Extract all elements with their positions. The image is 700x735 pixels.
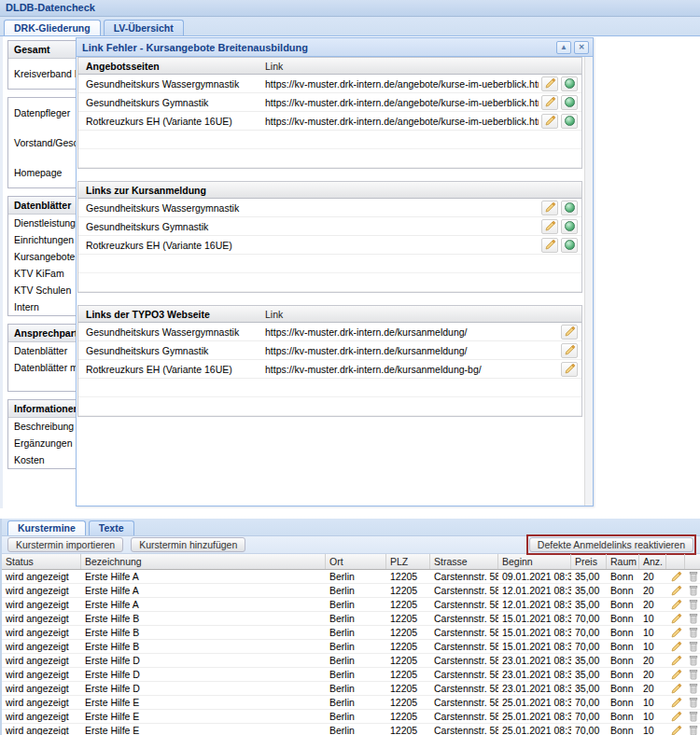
column-header-beginn[interactable]: Beginn — [498, 554, 571, 569]
table-row[interactable]: wird angezeigtErste Hilfe ABerlin12205Ca… — [2, 570, 700, 584]
edit-pencil-icon[interactable] — [666, 668, 685, 681]
edit-pencil-icon[interactable] — [666, 570, 685, 583]
edit-pencil-icon[interactable] — [541, 95, 558, 110]
edit-pencil-icon[interactable] — [666, 710, 685, 723]
window-titlebar: DLDB-Datencheck — [0, 0, 700, 17]
grid-cell: 35,00 — [571, 654, 607, 667]
delete-trash-icon[interactable] — [685, 598, 700, 611]
edit-pencil-icon[interactable] — [666, 724, 685, 735]
table-row[interactable]: wird angezeigtErste Hilfe EBerlin12205Ca… — [2, 724, 700, 735]
delete-trash-icon[interactable] — [685, 640, 700, 653]
column-header-preis[interactable]: Preis — [571, 554, 607, 569]
delete-trash-icon[interactable] — [685, 710, 700, 723]
tab-lv-uebersicht[interactable]: LV-Übersicht — [104, 20, 184, 35]
table-row[interactable]: wird angezeigtErste Hilfe EBerlin12205Ca… — [2, 696, 700, 710]
grid-cell: Carstennstr. 58 — [430, 612, 498, 625]
delete-trash-icon[interactable] — [685, 696, 700, 709]
edit-pencil-icon[interactable] — [666, 612, 685, 625]
table-row[interactable]: wird angezeigtErste Hilfe ABerlin12205Ca… — [2, 598, 700, 612]
column-header-status[interactable]: Status — [2, 554, 81, 569]
tab-label: Kurstermine — [18, 522, 76, 534]
globe-icon[interactable] — [561, 95, 578, 110]
collapse-icon[interactable]: ▲ — [556, 41, 571, 54]
delete-trash-icon[interactable] — [685, 612, 700, 625]
table-row[interactable]: wird angezeigtErste Hilfe BBerlin12205Ca… — [2, 612, 700, 626]
edit-pencil-icon[interactable] — [666, 654, 685, 667]
grid-cell: Berlin — [326, 682, 386, 695]
column-header-actions[interactable] — [666, 554, 685, 569]
delete-trash-icon[interactable] — [685, 682, 700, 695]
grid-cell: 12205 — [386, 570, 430, 583]
edit-pencil-icon[interactable] — [666, 682, 685, 695]
globe-icon[interactable] — [561, 219, 578, 234]
link-row: Gesundheitskurs Wassergymnastikhttps://k… — [78, 75, 581, 93]
globe-icon[interactable] — [561, 238, 578, 253]
delete-trash-icon[interactable] — [685, 654, 700, 667]
empty-row — [78, 379, 581, 397]
grid-cell: 20 — [639, 668, 666, 681]
grid-rows: wird angezeigtErste Hilfe ABerlin12205Ca… — [2, 570, 700, 735]
grid-cell: 70,00 — [571, 612, 607, 625]
grid-cell: 15.01.2021 08:30 — [498, 626, 571, 639]
column-header-raum[interactable]: Raum — [607, 554, 639, 569]
grid-cell: Bonn — [607, 682, 639, 695]
edit-pencil-icon[interactable] — [561, 362, 578, 377]
column-header-strasse[interactable]: Strasse — [430, 554, 498, 569]
edit-pencil-icon[interactable] — [666, 584, 685, 597]
edit-pencil-icon[interactable] — [541, 201, 558, 215]
table-row[interactable]: wird angezeigtErste Hilfe EBerlin12205Ca… — [2, 710, 700, 724]
tab-kurstermine[interactable]: Kurstermine — [7, 520, 86, 535]
vertical-scrollbar[interactable] — [584, 57, 593, 506]
import-kurstermin-button[interactable]: Kurstermin importieren — [7, 537, 123, 552]
edit-pencil-icon[interactable] — [666, 640, 685, 653]
edit-pencil-icon[interactable] — [541, 114, 558, 129]
edit-pencil-icon[interactable] — [561, 325, 578, 340]
edit-pencil-icon[interactable] — [541, 76, 558, 91]
delete-trash-icon[interactable] — [685, 724, 700, 735]
table-row[interactable]: wird angezeigtErste Hilfe DBerlin12205Ca… — [2, 654, 700, 668]
table-row[interactable]: wird angezeigtErste Hilfe DBerlin12205Ca… — [2, 682, 700, 696]
course-link: https://kv-muster.drk-intern.de/angebote… — [265, 78, 539, 90]
grid-cell: Bonn — [607, 724, 639, 735]
close-icon[interactable]: ✕ — [574, 41, 589, 54]
edit-pencil-icon[interactable] — [666, 626, 685, 639]
edit-pencil-icon[interactable] — [666, 696, 685, 709]
delete-trash-icon[interactable] — [685, 584, 700, 597]
tab-drk-gliederung[interactable]: DRK-Gliederung — [4, 20, 101, 35]
grid-cell: wird angezeigt — [2, 612, 81, 625]
reactivate-links-button[interactable]: Defekte Anmeldelinks reaktivieren — [529, 537, 693, 552]
globe-icon[interactable] — [561, 114, 578, 129]
column-header-actions[interactable] — [685, 554, 700, 569]
panel-header: Link Fehler - Kursangebote Breitenausbil… — [77, 38, 593, 57]
globe-icon[interactable] — [561, 76, 578, 91]
table-row[interactable]: wird angezeigtErste Hilfe ABerlin12205Ca… — [2, 584, 700, 598]
grid-cell: Bonn — [607, 710, 639, 723]
grid-cell: 20 — [639, 654, 666, 667]
grid-cell: 10 — [639, 612, 666, 625]
column-header-bezeichnung[interactable]: Bezeichnung — [81, 554, 326, 569]
table-row[interactable]: wird angezeigtErste Hilfe BBerlin12205Ca… — [2, 626, 700, 640]
grid-cell: Carstennstr. 58 — [430, 626, 498, 639]
tab-texte[interactable]: Texte — [89, 520, 134, 535]
delete-trash-icon[interactable] — [685, 626, 700, 639]
column-header-plz[interactable]: PLZ — [386, 554, 430, 569]
delete-trash-icon[interactable] — [685, 570, 700, 583]
column-header-anz[interactable]: Anz. — [639, 554, 666, 569]
globe-glyph — [565, 202, 575, 213]
edit-pencil-icon[interactable] — [541, 219, 558, 234]
grid-cell: 35,00 — [571, 598, 607, 611]
globe-icon[interactable] — [561, 201, 578, 215]
table-row[interactable]: wird angezeigtErste Hilfe BBerlin12205Ca… — [2, 640, 700, 654]
edit-pencil-icon[interactable] — [561, 343, 578, 358]
edit-pencil-icon[interactable] — [541, 238, 558, 253]
panel-title: Link Fehler - Kursangebote Breitenausbil… — [82, 42, 308, 53]
grid-cell: 12205 — [386, 724, 430, 735]
edit-pencil-icon[interactable] — [666, 598, 685, 611]
table-row[interactable]: wird angezeigtErste Hilfe DBerlin12205Ca… — [2, 668, 700, 682]
delete-trash-icon[interactable] — [685, 668, 700, 681]
grid-cell: Carstennstr. 58 — [430, 584, 498, 597]
grid-cell: wird angezeigt — [2, 682, 81, 695]
column-header-ort[interactable]: Ort — [326, 554, 386, 569]
grid-cell: Carstennstr. 58 — [430, 598, 498, 611]
add-kurstermin-button[interactable]: Kurstermin hinzufügen — [131, 537, 245, 552]
